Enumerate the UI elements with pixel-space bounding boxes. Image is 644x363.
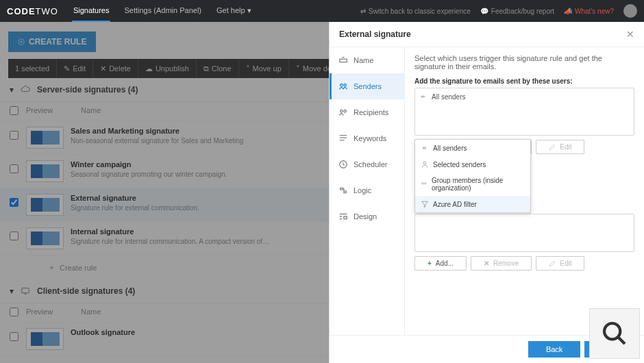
menu-all-senders[interactable]: All senders [415, 140, 530, 156]
remove-exception-button[interactable]: ✕Remove [471, 256, 532, 271]
top-nav: Signatures Settings (Admin Panel) Get he… [72, 1, 253, 22]
feedback-link[interactable]: 💬 Feedback/bug report [480, 8, 554, 15]
user-icon [421, 160, 429, 168]
svg-point-6 [344, 110, 347, 113]
menu-selected-senders[interactable]: Selected senders [415, 156, 530, 173]
senders-listbox[interactable]: All senders [414, 88, 634, 136]
app-body: CREATE RULE 1 selected ✎ Edit ✕ Delete ☁… [0, 22, 644, 363]
svg-point-5 [340, 110, 343, 113]
step-logic[interactable]: Logic [330, 177, 404, 203]
topbar-right: ⇄ Switch back to classic experience 💬 Fe… [360, 4, 637, 18]
magnify-overlay [589, 308, 640, 359]
add-senders-label: Add the signature to emails sent by thes… [414, 77, 634, 85]
exceptions-listbox[interactable] [414, 214, 634, 252]
plus-icon: + [428, 260, 432, 267]
step-scheduler[interactable]: Scheduler [330, 151, 404, 177]
whats-new-link[interactable]: 📣 What's new? [564, 8, 614, 15]
step-content: Select which users trigger this signatur… [405, 47, 644, 335]
panel-header: External signature ✕ [330, 22, 644, 47]
svg-point-4 [344, 84, 347, 87]
pencil-icon [549, 260, 556, 267]
logo: CODETWO [7, 6, 58, 16]
chevron-down-icon: ▾ [247, 6, 251, 15]
top-bar: CODETWO Signatures Settings (Admin Panel… [0, 0, 644, 22]
panel-title: External signature [339, 29, 411, 39]
step-design[interactable]: Design [330, 203, 404, 229]
search-icon [601, 320, 628, 347]
wizard-steps: Name Senders Recipients Keywords Schedul… [330, 47, 405, 335]
step-senders[interactable]: Senders [330, 73, 404, 99]
back-button[interactable]: Back [528, 341, 580, 358]
filter-icon [421, 200, 429, 208]
nav-settings[interactable]: Settings (Admin Panel) [123, 1, 203, 22]
infinity-icon [421, 144, 429, 152]
x-icon: ✕ [484, 260, 489, 267]
svg-rect-2 [340, 59, 347, 62]
add-exception-button[interactable]: +Add... [414, 256, 467, 271]
exceptions-buttons: +Add... ✕Remove Edit [414, 256, 634, 271]
group-icon [421, 180, 428, 188]
helper-text: Select which users trigger this signatur… [414, 54, 634, 71]
switch-experience-link[interactable]: ⇄ Switch back to classic experience [360, 8, 471, 15]
svg-point-9 [422, 183, 423, 184]
svg-point-8 [423, 162, 426, 164]
menu-azure-filter[interactable]: Azure AD filter [415, 196, 530, 212]
step-name[interactable]: Name [330, 47, 404, 73]
edit-exception-button[interactable]: Edit [536, 256, 584, 271]
step-recipients[interactable]: Recipients [330, 99, 404, 125]
svg-point-3 [340, 84, 343, 87]
pencil-icon [549, 144, 556, 151]
edit-sender-button[interactable]: Edit [536, 140, 584, 154]
menu-group-members[interactable]: Group members (inside organization) [415, 173, 530, 196]
infinity-icon [419, 92, 428, 101]
nav-help[interactable]: Get help ▾ [215, 1, 253, 22]
nav-signatures[interactable]: Signatures [72, 1, 111, 22]
svg-point-11 [604, 323, 620, 339]
step-keywords[interactable]: Keywords [330, 125, 404, 151]
list-item[interactable]: All senders [419, 91, 630, 102]
close-icon[interactable]: ✕ [626, 29, 634, 40]
add-sender-menu[interactable]: All senders Selected senders Group membe… [414, 139, 531, 213]
panel-body: Name Senders Recipients Keywords Schedul… [330, 47, 644, 335]
svg-point-10 [425, 183, 426, 184]
avatar[interactable] [623, 4, 637, 18]
